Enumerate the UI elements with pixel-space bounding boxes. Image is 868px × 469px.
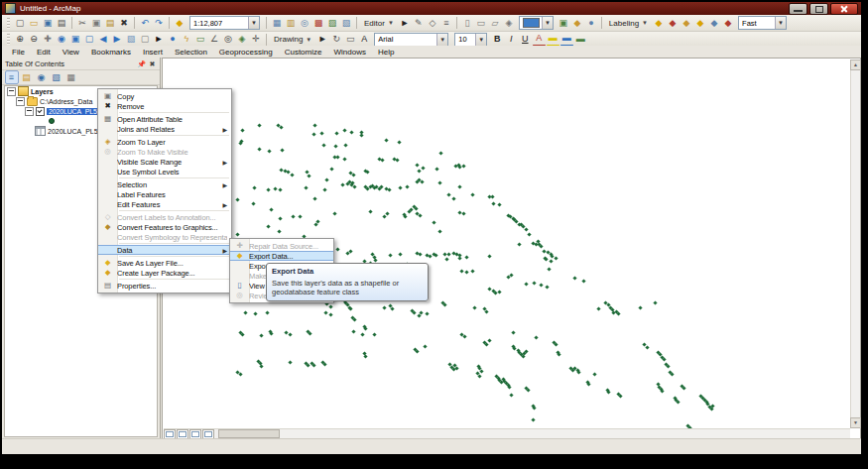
zoom-out-icon[interactable]: ⊖: [28, 33, 41, 46]
topology-fix-icon[interactable]: ◈: [502, 17, 515, 30]
edit-arrow-icon[interactable]: ►: [398, 17, 411, 30]
chevron-down-icon[interactable]: ▼: [436, 34, 447, 46]
hyperlink-icon[interactable]: ϟ: [181, 33, 193, 46]
python-icon[interactable]: ▨: [326, 17, 339, 30]
measure-icon[interactable]: ∠: [208, 33, 221, 46]
chevron-down-icon[interactable]: ▼: [248, 17, 259, 29]
topology-validate-icon[interactable]: ▱: [488, 17, 501, 30]
font-color-icon[interactable]: A: [533, 32, 546, 47]
topology-edit-icon[interactable]: ▯: [460, 17, 473, 30]
maximize-button[interactable]: [809, 3, 828, 15]
save-icon[interactable]: ▣: [42, 17, 55, 30]
menubar-item-insert[interactable]: Insert: [137, 47, 169, 58]
chevron-down-icon[interactable]: ▼: [475, 34, 486, 46]
go-forward-icon[interactable]: ▶: [111, 33, 124, 46]
scroll-up-icon[interactable]: ▲: [850, 59, 861, 70]
submenu-export-data[interactable]: ◆Export Data...: [230, 251, 333, 261]
collapse-icon[interactable]: [7, 87, 16, 96]
edit-attributes-icon[interactable]: ≡: [439, 17, 452, 30]
topology-errors-icon[interactable]: ▭: [474, 17, 487, 30]
menu-convert-symbology-to-representation[interactable]: Convert Symbology to Representation...: [98, 232, 231, 242]
menu-save-as-layer-file[interactable]: ◆Save As Layer File...: [98, 258, 231, 268]
menu-convert-features-to-graphics[interactable]: ◆Convert Features to Graphics...: [98, 222, 231, 232]
menubar-item-edit[interactable]: Edit: [31, 47, 57, 58]
chevron-down-icon[interactable]: ▼: [775, 17, 786, 29]
table-of-contents-icon[interactable]: ▦: [271, 17, 284, 30]
clear-selection-icon[interactable]: ▢: [139, 33, 152, 46]
list-by-drawing-order-icon[interactable]: ≡: [5, 70, 19, 84]
go-back-icon[interactable]: ◀: [97, 33, 110, 46]
label-engine-combo[interactable]: Fast ▼: [738, 16, 787, 30]
minimize-button[interactable]: [789, 3, 807, 15]
lock-labels-icon[interactable]: ◆: [694, 17, 707, 30]
menubar-item-help[interactable]: Help: [372, 47, 400, 58]
catalog-window-icon[interactable]: ▥: [285, 17, 298, 30]
publish-service-icon[interactable]: ●: [584, 17, 597, 30]
delete-icon[interactable]: ✖: [118, 17, 131, 30]
drawing-menu-button[interactable]: Drawing▼: [270, 35, 315, 44]
edit-vertex-icon[interactable]: ◇: [426, 17, 438, 30]
find-icon[interactable]: ◎: [222, 33, 235, 46]
menu-edit-features[interactable]: Edit Features▶: [98, 199, 231, 209]
label-priority-icon[interactable]: ◆: [667, 17, 680, 30]
toc-options-icon[interactable]: ▦: [64, 70, 78, 84]
list-by-selection-icon[interactable]: ▧: [50, 70, 63, 84]
toolbar-grip[interactable]: [7, 18, 10, 29]
menubar-item-customize[interactable]: Customize: [279, 47, 328, 58]
refresh-view-button[interactable]: [189, 429, 201, 439]
layout-view-button[interactable]: [177, 429, 188, 439]
menubar-item-view[interactable]: View: [57, 47, 85, 58]
draw-rotate-icon[interactable]: ↻: [330, 33, 343, 46]
menu-convert-labels-to-annotation[interactable]: ◇Convert Labels to Annotation...: [98, 212, 231, 222]
collapse-icon[interactable]: [25, 107, 34, 116]
menu-remove[interactable]: ✖Remove: [98, 101, 231, 111]
list-by-source-icon[interactable]: ▤: [20, 70, 34, 84]
menu-copy[interactable]: ▣Copy: [98, 91, 231, 101]
go-to-xy-icon[interactable]: ✛: [250, 33, 263, 46]
menubar-item-file[interactable]: File: [6, 47, 31, 58]
labeling-menu-button[interactable]: Labeling▼: [605, 19, 652, 28]
fill-color-icon[interactable]: ▬: [574, 33, 587, 46]
fixed-zoom-out-icon[interactable]: ▢: [83, 33, 96, 46]
menu-data[interactable]: Data▶: [98, 245, 231, 255]
pause-drawing-button[interactable]: [202, 429, 214, 439]
menu-visible-scale-range[interactable]: Visible Scale Range▶: [98, 157, 231, 167]
menu-create-layer-package[interactable]: ◆Create Layer Package...: [98, 268, 231, 278]
fixed-zoom-in-icon[interactable]: ▣: [69, 33, 82, 46]
symbol-color-combo[interactable]: ▼: [519, 16, 554, 30]
close-icon[interactable]: ✖: [148, 59, 157, 68]
share-package-icon[interactable]: ◆: [570, 17, 583, 30]
undo-icon[interactable]: ↶: [139, 17, 152, 30]
copy-icon[interactable]: ▣: [90, 17, 103, 30]
font-combo[interactable]: Arial ▼: [374, 33, 448, 47]
open-icon[interactable]: ▭: [28, 17, 41, 30]
draw-arrow-icon[interactable]: ►: [316, 33, 329, 46]
bold-icon[interactable]: B: [491, 33, 504, 46]
pin-icon[interactable]: 📌: [137, 59, 146, 68]
zoom-in-icon[interactable]: ⊕: [14, 33, 27, 46]
chevron-down-icon[interactable]: ▼: [542, 17, 553, 29]
highlight-color-icon[interactable]: ▬: [547, 32, 559, 47]
pan-icon[interactable]: ✚: [42, 33, 55, 46]
label-manager-icon[interactable]: ◆: [653, 17, 666, 30]
pause-labeling-icon[interactable]: ◆: [708, 17, 721, 30]
scrollbar-thumb[interactable]: [218, 429, 280, 438]
model-builder-icon[interactable]: ▧: [340, 17, 353, 30]
add-data-icon[interactable]: ◆: [174, 17, 186, 30]
html-popup-icon[interactable]: ▭: [194, 33, 207, 46]
submenu-repair-data-source[interactable]: ✚Repair Data Source...: [230, 241, 333, 251]
menu-properties[interactable]: ▤Properties...: [98, 281, 231, 291]
paste-icon[interactable]: ▤: [104, 17, 117, 30]
font-size-combo[interactable]: 10 ▼: [454, 33, 487, 47]
horizontal-scrollbar[interactable]: [164, 428, 850, 438]
underline-icon[interactable]: U: [519, 33, 532, 46]
menu-use-symbol-levels[interactable]: Use Symbol Levels: [98, 167, 231, 176]
scale-combo[interactable]: 1:12,807 ▼: [189, 16, 260, 30]
create-features-icon[interactable]: ▣: [557, 17, 569, 30]
menubar-item-geoprocessing[interactable]: Geoprocessing: [213, 47, 279, 58]
edit-sketch-icon[interactable]: ✎: [412, 17, 425, 30]
draw-rectangle-icon[interactable]: ▭: [344, 33, 357, 46]
list-by-visibility-icon[interactable]: ◉: [35, 70, 49, 84]
close-button[interactable]: [830, 3, 858, 15]
editor-menu-button[interactable]: Editor▼: [360, 19, 398, 28]
